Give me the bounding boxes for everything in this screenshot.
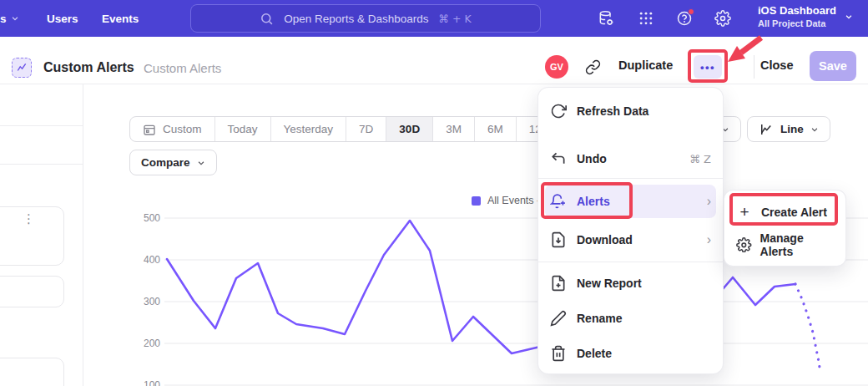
page-title: Custom Alerts xyxy=(43,60,134,75)
chevron-right-icon: › xyxy=(707,195,711,208)
apps-grid-icon[interactable] xyxy=(638,10,654,27)
app-window: 500 400 300 200 100 All Events - Total ⋮… xyxy=(0,0,868,386)
y-axis-tick: 500 xyxy=(127,212,160,224)
submenu-item-label: Manage Alerts xyxy=(760,231,834,258)
menu-item-label: Download xyxy=(577,233,633,246)
more-options-button[interactable]: ••• xyxy=(694,55,722,79)
download-icon xyxy=(550,231,567,248)
menu-item-label: Refresh Data xyxy=(577,104,648,118)
undo-icon xyxy=(550,150,567,167)
nav-item-users[interactable]: Users xyxy=(47,0,78,37)
range-label: 7D xyxy=(359,123,373,135)
range-label: Custom xyxy=(163,123,202,135)
more-options-menu: Refresh Data Data from 1 min ago Undo ⌘ … xyxy=(538,88,723,373)
sidebar-row-divider xyxy=(0,164,83,165)
chevron-right-icon: › xyxy=(707,233,711,246)
breadcrumb[interactable]: Custom Alerts xyxy=(144,61,221,75)
submenu-item-label: Create Alert xyxy=(761,206,827,219)
chevron-down-icon xyxy=(810,125,819,134)
trash-icon xyxy=(550,345,567,362)
top-navigation-bar: s Users Events Open Reports & Dashboards… xyxy=(0,0,868,37)
menu-item-label: Undo xyxy=(577,152,607,165)
new-report-icon xyxy=(550,275,567,292)
calendar-icon xyxy=(143,123,156,136)
y-axis-tick: 100 xyxy=(127,379,160,386)
line-chart-icon xyxy=(759,122,774,137)
menu-item-label: New Report xyxy=(577,277,642,290)
submenu-item-create-alert[interactable]: + Create Alert xyxy=(724,196,845,228)
y-axis-tick: 400 xyxy=(127,254,160,266)
save-button[interactable]: Save xyxy=(810,51,856,81)
search-placeholder: Open Reports & Dashboards xyxy=(284,13,428,25)
submenu-item-manage-alerts[interactable]: Manage Alerts xyxy=(724,229,845,261)
report-header: Custom Alerts Custom Alerts GV Duplicate… xyxy=(0,37,868,84)
menu-item-rename[interactable]: Rename xyxy=(538,302,723,335)
range-3m[interactable]: 3M xyxy=(432,117,474,141)
settings-gear-icon[interactable] xyxy=(714,10,731,27)
range-custom[interactable]: Custom xyxy=(130,117,214,141)
menu-divider xyxy=(538,178,723,179)
range-7d[interactable]: 7D xyxy=(346,117,386,141)
search-shortcut: ⌘ + K xyxy=(439,13,472,25)
range-6m[interactable]: 6M xyxy=(474,117,516,141)
global-search-bar[interactable]: Open Reports & Dashboards ⌘ + K xyxy=(190,4,541,33)
range-yesterday[interactable]: Yesterday xyxy=(270,117,346,141)
menu-item-label: Alerts xyxy=(577,195,610,208)
range-label: Yesterday xyxy=(284,123,334,135)
nav-item-events[interactable]: Events xyxy=(102,0,139,37)
range-label: 6M xyxy=(487,123,503,135)
gear-icon xyxy=(736,236,752,253)
y-axis-tick: 200 xyxy=(127,338,160,349)
project-subtitle: All Project Data xyxy=(758,18,836,29)
undo-shortcut: ⌘ Z xyxy=(689,153,711,165)
chart-projected-dotted-line xyxy=(795,284,820,373)
sidebar-card[interactable] xyxy=(0,358,64,386)
search-icon xyxy=(260,12,274,26)
project-switcher[interactable]: iOS Dashboard All Project Data xyxy=(758,4,853,29)
chevron-down-icon xyxy=(11,14,19,23)
pencil-icon xyxy=(550,310,567,327)
plus-icon: + xyxy=(736,204,753,221)
menu-item-label: Rename xyxy=(577,312,622,325)
range-label: 30D xyxy=(399,123,420,135)
compare-label: Compare xyxy=(141,156,190,169)
chart-type-dropdown-button[interactable]: Line xyxy=(747,116,830,142)
header-divider xyxy=(754,55,754,79)
chevron-down-icon xyxy=(197,159,205,167)
sidebar-divider xyxy=(83,84,83,386)
help-icon[interactable] xyxy=(676,10,693,27)
menu-item-delete[interactable]: Delete xyxy=(538,337,723,370)
range-today[interactable]: Today xyxy=(214,117,270,141)
kebab-menu-icon[interactable]: ⋮ xyxy=(23,216,35,221)
sidebar-card[interactable] xyxy=(0,276,64,307)
chevron-down-icon xyxy=(845,13,853,21)
menu-item-undo[interactable]: Undo ⌘ Z xyxy=(538,142,723,175)
legend-color-swatch xyxy=(472,196,481,206)
menu-item-new-report[interactable]: New Report xyxy=(538,267,723,300)
report-type-icon xyxy=(12,58,32,78)
menu-item-alerts[interactable]: Alerts › xyxy=(538,185,723,218)
nav-item-label: Users xyxy=(47,13,78,25)
range-30d-selected[interactable]: 30D xyxy=(386,117,432,141)
refresh-icon xyxy=(550,103,567,119)
range-label: Today xyxy=(228,123,258,135)
nav-item-truncated[interactable]: s xyxy=(0,0,19,37)
menu-item-refresh-data[interactable]: Refresh Data xyxy=(538,94,723,128)
date-range-segmented-control: Custom Today Yesterday 7D 30D 3M 6M 12M xyxy=(129,116,564,142)
nav-item-label: s xyxy=(0,13,7,25)
notification-dot xyxy=(688,8,694,15)
duplicate-button[interactable]: Duplicate xyxy=(618,58,673,72)
sidebar-card[interactable]: ⋮ xyxy=(0,206,64,266)
y-axis-tick: 300 xyxy=(127,296,160,307)
compare-dropdown-button[interactable]: Compare xyxy=(129,150,217,175)
nav-item-label: Events xyxy=(102,13,139,25)
menu-item-download[interactable]: Download › xyxy=(538,223,723,256)
alerts-submenu: + Create Alert Manage Alerts xyxy=(724,190,845,266)
chart-type-label: Line xyxy=(780,123,804,135)
data-management-icon[interactable] xyxy=(598,10,614,27)
close-button[interactable]: Close xyxy=(760,58,794,72)
bell-plus-icon xyxy=(550,193,567,210)
avatar[interactable]: GV xyxy=(545,55,568,79)
sidebar-row-divider xyxy=(0,125,83,126)
copy-link-icon[interactable] xyxy=(585,59,601,79)
